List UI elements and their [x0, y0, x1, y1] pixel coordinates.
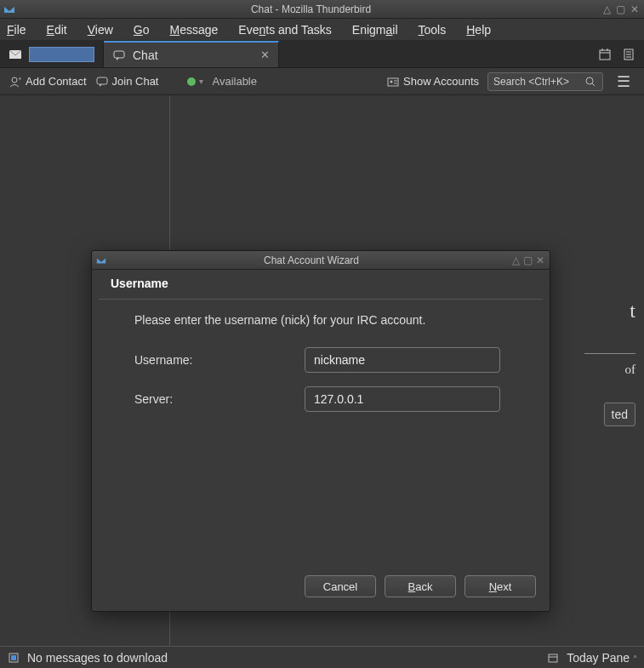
svg-rect-2 [600, 50, 610, 60]
svg-rect-12 [97, 77, 107, 84]
status-selector[interactable]: ▾ [187, 77, 203, 86]
tab-mail[interactable] [0, 41, 104, 67]
svg-line-18 [592, 83, 595, 86]
dialog-maximize-icon[interactable]: ▢ [523, 254, 533, 266]
menu-go[interactable]: Go [134, 23, 150, 37]
menu-message[interactable]: Message [170, 23, 219, 37]
tab-close-icon[interactable]: ✕ [260, 49, 270, 61]
menu-file[interactable]: File [7, 23, 26, 37]
tab-chat[interactable]: Chat ✕ [104, 41, 279, 67]
background-button-peek: ted [604, 403, 635, 426]
background-partial-text: t of ted [584, 300, 635, 426]
server-input[interactable] [305, 386, 500, 412]
window-minimize-icon[interactable]: △ [603, 3, 611, 15]
svg-rect-21 [549, 654, 557, 662]
menu-tools[interactable]: Tools [419, 23, 447, 37]
tabstrip: Chat ✕ [0, 41, 644, 68]
download-status-icon [7, 651, 20, 665]
add-contact-label: Add Contact [26, 75, 87, 88]
username-label: Username: [134, 353, 305, 367]
chevron-down-icon: ▾ [199, 77, 203, 86]
dialog-title: Chat Account Wizard [111, 254, 512, 266]
add-contact-button[interactable]: + Add Contact [9, 75, 87, 88]
today-pane-toggle[interactable]: Today Pane ˄ [567, 651, 637, 665]
svg-point-14 [390, 80, 393, 83]
dialog-titlebar: Chat Account Wizard △ ▢ ✕ [92, 251, 550, 270]
search-icon [584, 75, 597, 88]
svg-rect-13 [388, 78, 398, 86]
show-accounts-label: Show Accounts [403, 75, 479, 88]
svg-rect-20 [11, 655, 16, 660]
show-accounts-button[interactable]: Show Accounts [386, 75, 479, 88]
dialog-instruction: Please enter the username (nick) for you… [134, 313, 531, 327]
svg-text:+: + [18, 76, 21, 83]
menu-edit[interactable]: Edit [47, 23, 67, 37]
username-input[interactable] [305, 347, 500, 373]
dialog-minimize-icon[interactable]: △ [512, 254, 520, 266]
today-pane-icon [546, 651, 560, 665]
join-chat-button[interactable]: Join Chat [95, 75, 159, 88]
thunderbird-icon [92, 255, 111, 265]
chevron-up-icon: ˄ [633, 654, 637, 664]
today-pane-label: Today Pane [567, 651, 630, 665]
tasks-icon[interactable] [622, 48, 635, 61]
menu-enigmail[interactable]: Enigmail [352, 23, 398, 37]
next-button[interactable]: Next [464, 575, 536, 597]
tab-chat-label: Chat [133, 49, 254, 62]
mail-tab-selection [29, 47, 94, 62]
mail-icon [9, 48, 22, 61]
calendar-icon[interactable] [598, 48, 612, 61]
status-available-icon [187, 77, 196, 86]
statusbar: No messages to download Today Pane ˄ [0, 646, 644, 668]
menu-view[interactable]: View [88, 23, 113, 37]
server-label: Server: [134, 392, 305, 406]
thunderbird-icon [0, 3, 19, 15]
menubar: File Edit View Go Message Events and Tas… [0, 19, 644, 41]
status-label[interactable]: Available [212, 75, 257, 88]
svg-point-10 [12, 77, 17, 83]
chat-toolbar: + Add Contact Join Chat ▾ Available Show… [0, 68, 644, 95]
search-input[interactable]: Search <Ctrl+K> [487, 72, 603, 91]
cancel-button[interactable]: Cancel [305, 575, 376, 597]
chat-icon [112, 49, 126, 62]
chat-account-wizard-dialog: Chat Account Wizard △ ▢ ✕ Username Pleas… [91, 250, 550, 612]
window-title: Chat - Mozilla Thunderbird [19, 3, 603, 15]
accounts-icon [386, 75, 400, 88]
window-titlebar: Chat - Mozilla Thunderbird △ ▢ ✕ [0, 0, 644, 19]
dialog-heading: Username [92, 270, 550, 297]
svg-rect-1 [114, 51, 124, 58]
window-close-icon[interactable]: ✕ [630, 3, 639, 15]
join-chat-icon [95, 75, 109, 88]
window-maximize-icon[interactable]: ▢ [616, 3, 625, 15]
back-button[interactable]: Back [385, 575, 456, 597]
search-placeholder: Search <Ctrl+K> [493, 76, 584, 88]
app-menu-button[interactable]: ☰ [612, 72, 635, 91]
menu-help[interactable]: Help [466, 23, 491, 37]
status-message: No messages to download [27, 651, 168, 665]
dialog-close-icon[interactable]: ✕ [536, 254, 544, 266]
menu-events[interactable]: Events and Tasks [238, 23, 331, 37]
svg-point-17 [586, 77, 593, 84]
add-contact-icon: + [9, 75, 22, 88]
join-chat-label: Join Chat [112, 75, 159, 88]
